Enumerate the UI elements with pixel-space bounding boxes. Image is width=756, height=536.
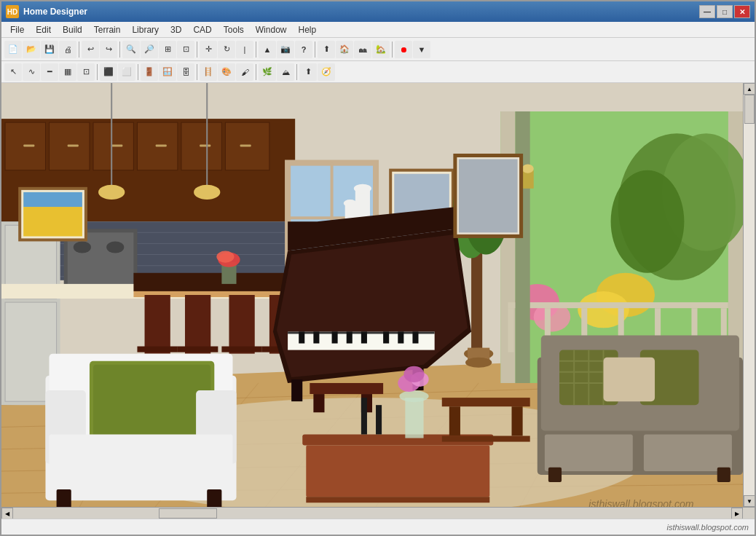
svg-rect-120 [313, 394, 324, 412]
toolbar-sep-4 [256, 42, 256, 58]
svg-rect-23 [68, 144, 79, 146]
window-controls: — □ ✕ [699, 5, 750, 18]
toolbar2-sep-4 [256, 64, 256, 80]
svg-rect-119 [310, 383, 383, 394]
menu-library[interactable]: Library [126, 23, 165, 36]
help-button[interactable]: ? [295, 41, 312, 58]
new-button[interactable]: 📄 [4, 41, 22, 58]
svg-rect-53 [221, 347, 261, 352]
undo-button[interactable]: ↩ [82, 41, 99, 58]
open-button[interactable]: 📂 [23, 41, 40, 58]
pan-button[interactable]: ✛ [200, 41, 217, 58]
up-button[interactable]: ▲ [259, 41, 276, 58]
app-icon: HD [6, 5, 19, 18]
menu-help[interactable]: Help [292, 23, 322, 36]
window-title: Home Designer [23, 7, 699, 17]
svg-rect-156 [442, 398, 530, 406]
svg-point-131 [403, 366, 424, 382]
toolbar-sep-1 [79, 42, 79, 58]
scroll-track-vertical[interactable] [744, 95, 755, 495]
svg-rect-143 [545, 435, 633, 471]
toolbar-sep-5 [315, 42, 315, 58]
svg-rect-159 [442, 436, 530, 442]
menu-terrain[interactable]: Terrain [88, 23, 127, 36]
paint-tool[interactable]: 🎨 [218, 63, 235, 81]
close-button[interactable]: ✕ [734, 5, 750, 18]
svg-rect-138 [50, 435, 233, 494]
svg-point-43 [74, 241, 91, 253]
texture-tool[interactable]: 🖌 [236, 63, 253, 81]
svg-rect-140 [207, 489, 221, 507]
horizontal-scrollbar-track[interactable] [13, 508, 731, 519]
stair-tool[interactable]: 🪜 [200, 63, 217, 81]
toolbar2-sep-5 [296, 64, 297, 80]
snap-tool[interactable]: ⊡ [77, 63, 95, 81]
scroll-up-button[interactable]: ▲ [744, 83, 755, 95]
svg-rect-111 [332, 331, 338, 343]
svg-rect-25 [156, 144, 167, 146]
menu-cad[interactable]: CAD [187, 23, 217, 36]
status-url: isthiswall.blogspot.com [667, 523, 749, 532]
toolbar-2: ↖ ∿ ━ ▦ ⊡ ⬛ ⬜ 🚪 🪟 🗄 🪜 🎨 🖌 🌿 ⛰ ⬆ 🧭 [1, 61, 755, 83]
svg-rect-50 [185, 295, 210, 354]
scroll-thumb-vertical[interactable] [744, 95, 755, 124]
home3d-button[interactable]: 🏠 [336, 41, 353, 58]
zoom-100-button[interactable]: ⊡ [177, 41, 194, 58]
fullhouse-button[interactable]: ⬆ [318, 41, 335, 58]
svg-rect-125 [361, 398, 367, 434]
record-button[interactable]: ⏺ [395, 41, 412, 58]
status-bar: isthiswall.blogspot.com [1, 519, 755, 535]
minimize-button[interactable]: — [699, 5, 715, 18]
room-tool[interactable]: ⬜ [118, 63, 135, 81]
plant-tool[interactable]: 🌿 [259, 63, 276, 81]
save-button[interactable]: 💾 [41, 41, 58, 58]
window-tool[interactable]: 🪟 [159, 63, 176, 81]
scroll-left-button[interactable]: ◀ [1, 508, 13, 519]
terrain-tool[interactable]: ⛰ [277, 63, 294, 81]
menu-edit[interactable]: Edit [30, 23, 57, 36]
svg-rect-22 [23, 144, 34, 146]
scroll-down-button[interactable]: ▼ [744, 495, 755, 507]
redo-button[interactable]: ↪ [100, 41, 117, 58]
svg-rect-114 [383, 331, 389, 343]
nav-tool[interactable]: 🧭 [318, 63, 335, 81]
grid-tool[interactable]: ▦ [59, 63, 76, 81]
svg-rect-144 [644, 435, 732, 471]
select-tool[interactable]: ↖ [4, 63, 22, 81]
svg-rect-154 [548, 468, 562, 482]
zoom-fit-button[interactable]: ⊞ [159, 41, 176, 58]
menu-tools[interactable]: Tools [218, 23, 250, 36]
menu-file[interactable]: File [4, 23, 30, 36]
svg-rect-48 [145, 295, 170, 354]
svg-point-59 [216, 251, 234, 263]
record-down[interactable]: ▼ [413, 41, 430, 58]
svg-rect-109 [299, 331, 304, 343]
draw-line[interactable]: ━ [41, 63, 58, 81]
zoom-in-button[interactable]: 🔎 [141, 41, 158, 58]
overview-button[interactable]: 🏘 [354, 41, 371, 58]
door-tool[interactable]: 🚪 [141, 63, 158, 81]
sep-btn[interactable]: | [236, 41, 253, 58]
vertical-scrollbar[interactable]: ▲ ▼ [743, 83, 755, 507]
zoom-out-button[interactable]: 🔍 [122, 41, 140, 58]
toolbar2-sep-3 [197, 64, 197, 80]
draw-curve[interactable]: ∿ [23, 63, 40, 81]
orbit-button[interactable]: ↻ [218, 41, 235, 58]
print-button[interactable]: 🖨 [59, 41, 76, 58]
scroll-right-button[interactable]: ▶ [731, 508, 743, 519]
scroll-thumb-horizontal[interactable] [159, 508, 217, 519]
viewport[interactable]: isthiswall.blogspot.com [1, 83, 743, 507]
perspective-button[interactable]: 🏡 [372, 41, 390, 58]
svg-point-84 [522, 165, 534, 173]
svg-rect-117 [291, 379, 302, 401]
menu-window[interactable]: Window [250, 23, 293, 36]
menu-3d[interactable]: 3D [165, 23, 187, 36]
camera-button[interactable]: 📷 [277, 41, 294, 58]
menu-build[interactable]: Build [57, 23, 88, 36]
cabinet-tool[interactable]: 🗄 [177, 63, 194, 81]
svg-rect-27 [240, 144, 251, 146]
maximize-button[interactable]: □ [717, 5, 733, 18]
wall-tool[interactable]: ⬛ [100, 63, 117, 81]
nav-up-tool[interactable]: ⬆ [299, 63, 317, 81]
main-area: isthiswall.blogspot.com ▲ ▼ [1, 83, 755, 507]
